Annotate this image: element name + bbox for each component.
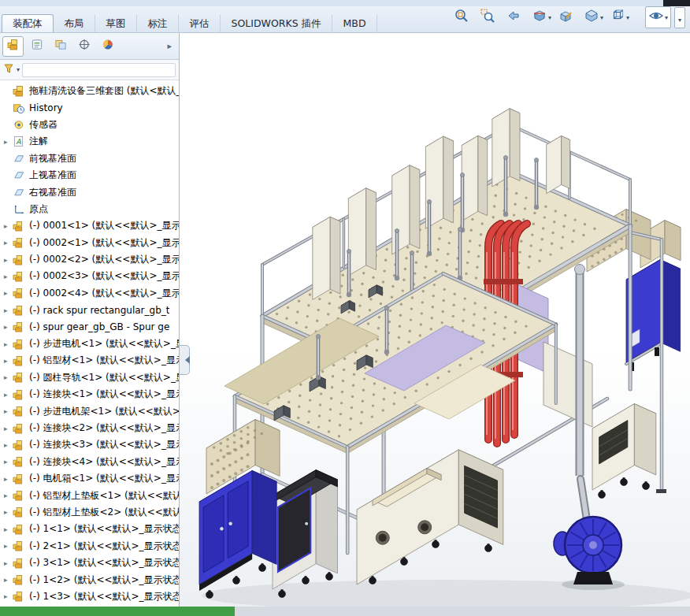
tree-item[interactable]: ▸ (-) 连接块<2> (默认<<默认>_显示状态 1>) [0,420,179,436]
tree-item[interactable]: ▸ (-) 0002<2> (默认<<默认>_显示状态 1>) [0,251,179,268]
expand-arrow-icon[interactable]: ▸ [4,458,13,466]
expand-arrow-icon[interactable]: ▸ [4,256,13,264]
panel-tab[interactable] [73,36,95,57]
taskbar-fragment[interactable] [0,607,235,616]
tree-item[interactable]: ▸ (-) 连接块<1> (默认<<默认>_显示状态 1>) [0,386,179,403]
window-controls[interactable] [663,0,690,6]
tree-item[interactable]: ▸ 拖鞋清洗设备三维套图 (默认<默认_显示状态-1>) [0,83,179,99]
view-tool-button[interactable]: ▾ [558,8,577,27]
filter-icon[interactable] [3,62,14,77]
view-tool-button[interactable]: ▾ [584,8,603,27]
panel-tab[interactable] [2,36,24,57]
view-tool-button[interactable]: ▾ [532,8,551,27]
ribbon-tab[interactable]: 装配体 [2,14,54,33]
expand-arrow-icon[interactable]: ▸ [4,239,13,247]
tree-item[interactable]: ▸ (-) 1<2> (默认<<默认>_显示状态 1>) [0,571,179,588]
expand-arrow-icon[interactable]: ▸ [4,391,13,399]
part-icon [13,388,27,401]
ribbon-tab[interactable]: MBD [332,14,377,33]
expand-arrow-icon[interactable]: ▸ [4,357,13,365]
tree-item[interactable]: ▸ (-) 0001<1> (默认<<默认>_显示状态 1>) [0,217,179,234]
tree-item[interactable]: ▸ (-) 1<3> (默认<<默认>_显示状态 1>) [0,588,179,605]
tree-item-label: (-) 1<2> (默认<<默认>_显示状态 1>) [29,573,179,587]
expand-arrow-icon[interactable]: ▸ [4,576,13,584]
tree-item[interactable]: ▸ (-) 连接块<4> (默认<<默认>_显示状态 1>) [0,454,179,470]
dropdown-caret-icon[interactable]: ▾ [17,66,20,73]
tree-item[interactable]: ▸ 传感器 [0,117,179,133]
panel-tab[interactable] [50,36,71,57]
expand-arrow-icon[interactable]: ▸ [4,273,13,280]
expand-arrow-icon[interactable]: ▸ [4,289,13,297]
tree-item[interactable]: ▸ (-) 0002<1> (默认<<默认>_显示状态 1>) [0,235,179,251]
tree-item[interactable]: ▸ (-) 步进电机<1> (默认<<默认>_显示状态 1>) [0,336,179,352]
part-icon [13,254,27,266]
tree-item[interactable]: ▸ 原点 [0,201,179,217]
ribbon-tab-label: 装配体 [13,17,43,29]
expand-arrow-icon[interactable]: ▸ [4,407,13,415]
part-icon [13,304,27,317]
expand-arrow-icon[interactable]: ▸ [4,222,13,230]
ribbon-tab[interactable]: SOLIDWORKS 插件 [221,14,332,33]
ribbon-tab[interactable]: 评估 [179,14,221,33]
tree-item-label: (-) 连接块<2> (默认<<默认>_显示状态 1>) [29,421,179,435]
view-tool-button[interactable]: ▾ [610,8,629,27]
toolbar-expand-button[interactable]: ▾ [674,7,685,28]
panel-expand-icon[interactable]: ▸ [162,39,176,53]
expand-arrow-icon[interactable]: ▸ [4,475,13,483]
ribbon-tab[interactable]: 布局 [54,14,95,33]
tree-item[interactable]: ▸ (-) 步进电机架<1> (默认<<默认>_显示状态 1>) [0,403,179,419]
tree-item[interactable]: ▸ (-) 0002<3> (默认<<默认>_显示状态 1>) [0,268,179,284]
tree-item[interactable]: ▸ (-) 电机箱<1> (默认<<默认>_显示状态 1>) [0,470,179,487]
expand-arrow-icon[interactable]: ▸ [4,425,13,432]
expand-arrow-icon[interactable]: ▸ [4,542,13,550]
tree-item-label: (-) rack spur rectangular_gb_t [29,305,169,316]
tree-item-label: (-) 步进电机<1> (默认<<默认>_显示状态 1>) [29,337,179,351]
tree-item[interactable]: ▸ (-) 3<1> (默认<<默认>_显示状态 1>) [0,555,179,571]
part-icon [13,422,27,435]
view-tool-button[interactable]: ▾ [454,8,473,27]
tree-item[interactable]: ▸ (-) 铝型材上垫板<1> (默认<<默认>_显示状态 1>) [0,487,179,503]
tree-item[interactable]: ▸ (-) 2<1> (默认<<默认>_显示状态 1>) [0,538,179,555]
panel-collapse-handle[interactable] [180,345,190,375]
view-toolbar-icons: ▾ ▾ ▾ ▾ [454,6,671,28]
tree-item[interactable]: ▸ A 注解 [0,133,179,150]
expand-arrow-icon[interactable]: ▸ [4,441,13,449]
tree-item-label: (-) 铝型材上垫板<1> (默认<<默认>_显示状态 1>) [29,489,179,503]
part-icon [13,557,27,570]
ribbon-tab-label: 布局 [65,17,84,29]
view-tool-button[interactable]: ▾ [506,8,525,27]
expand-arrow-icon[interactable]: ▸ [4,525,13,533]
tree-item[interactable]: ▸ (-) spur gear_gb_GB - Spur ge [0,318,179,335]
panel-tab[interactable] [26,36,47,57]
expand-arrow-icon[interactable]: ▸ [4,592,13,600]
tree-item[interactable]: ▸ 前视基准面 [0,150,179,167]
expand-arrow-icon[interactable]: ▸ [4,138,13,146]
tree-item[interactable]: ▸ (-) 1<1> (默认<<默认>_显示状态 1>) [0,521,179,537]
expand-arrow-icon[interactable]: ▸ [4,373,13,381]
tree-item[interactable]: ▸ 上视基准面 [0,167,179,184]
tree-item[interactable]: ▸ (-) 0002<4> (默认<<默认>_显示状态 1>) [0,285,179,302]
view-tool-button[interactable]: ▾ [645,6,671,28]
ribbon-tab-label: 标注 [148,17,168,29]
tree-item[interactable]: ▸ 右视基准面 [0,184,179,200]
tree-item[interactable]: ▸ (-) rack spur rectangular_gb_t [0,302,179,318]
expand-arrow-icon[interactable]: ▸ [4,492,13,499]
command-manager-bar: 装配体 布局 草图 标注 评估 SOLIDWORK [0,6,690,33]
tree-filter-input[interactable] [22,63,176,77]
tree-item[interactable]: ▸ (-) 连接块<3> (默认<<默认>_显示状态 1>) [0,436,179,453]
tree-item[interactable]: ▸ History [0,99,179,116]
expand-arrow-icon[interactable]: ▸ [4,306,13,314]
ribbon-tab[interactable]: 草图 [95,14,137,33]
tree-item[interactable]: ▸ (-) 圆柱导轨<1> (默认<<默认>_显示状态 1>) [0,369,179,386]
expand-arrow-icon[interactable]: ▸ [4,323,13,331]
panel-tab[interactable] [97,36,118,57]
expand-arrow-icon[interactable]: ▸ [4,559,13,567]
tree-item[interactable]: ▸ (-) 铝型材<1> (默认<<默认>_显示状态 1>) [0,352,179,369]
expand-arrow-icon[interactable]: ▸ [4,508,13,516]
tree-item-label: (-) 连接块<3> (默认<<默认>_显示状态 1>) [29,438,179,451]
graphics-viewport[interactable] [180,33,690,607]
ribbon-tab[interactable]: 标注 [137,14,179,33]
view-tool-button[interactable]: ▾ [480,8,499,27]
expand-arrow-icon[interactable]: ▸ [4,340,13,348]
tree-item[interactable]: ▸ (-) 铝型材上垫板<2> (默认<<默认>_显示状态 1>) [0,504,179,521]
